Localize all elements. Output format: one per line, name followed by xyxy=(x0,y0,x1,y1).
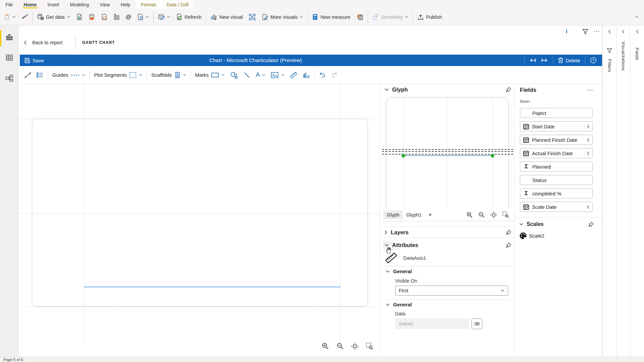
field-chip-planned[interactable]: Σ Planned xyxy=(520,162,593,172)
pin-icon[interactable] xyxy=(505,87,511,93)
menu-file[interactable]: File xyxy=(0,0,18,9)
field-chip-completed-pct[interactable]: Σ completed % xyxy=(520,188,593,198)
legend-tool[interactable] xyxy=(34,68,46,82)
visualizations-pane-label[interactable]: Visualizations xyxy=(621,42,626,71)
guide-line[interactable] xyxy=(403,96,404,208)
plot-segments-tool[interactable]: Plot Segments xyxy=(92,68,145,82)
zoom-out-button[interactable] xyxy=(478,212,485,218)
glyph-data-axis-line[interactable] xyxy=(403,155,493,156)
data-axis-line[interactable] xyxy=(84,287,340,287)
excel-workbook-button[interactable] xyxy=(73,10,86,24)
glyph-panel-header[interactable]: Glyph xyxy=(384,86,511,93)
chart-canvas[interactable] xyxy=(19,84,379,354)
menu-home[interactable]: Home xyxy=(18,0,42,9)
menu-format[interactable]: Format xyxy=(136,0,161,9)
expand-visualizations-button[interactable] xyxy=(622,29,625,34)
chevron-left-icon[interactable] xyxy=(587,151,590,156)
scale-item-scale2[interactable]: Scale2 xyxy=(519,232,544,240)
guide-line[interactable] xyxy=(493,96,493,208)
visual-info-button[interactable]: i xyxy=(564,28,570,35)
axis-handle-end[interactable] xyxy=(491,154,494,158)
marquee-zoom-button[interactable] xyxy=(502,212,509,218)
chevron-left-icon[interactable] xyxy=(587,205,590,209)
get-data-button[interactable]: Get data xyxy=(34,10,73,24)
visual-more-options-button[interactable]: ⋯ xyxy=(594,27,600,35)
expand-filters-button[interactable] xyxy=(608,29,611,34)
line-tool[interactable] xyxy=(241,68,253,82)
pin-icon[interactable] xyxy=(588,222,594,227)
help-button[interactable]: ? xyxy=(588,55,599,66)
back-to-report-button[interactable]: Back to report xyxy=(23,38,62,48)
marquee-zoom-button[interactable] xyxy=(366,343,373,350)
data-axis-tool[interactable] xyxy=(287,68,300,82)
fields-pane-label[interactable]: Fields xyxy=(635,48,640,60)
delete-button[interactable]: Delete xyxy=(556,55,582,66)
filters-pane-label[interactable]: Filters xyxy=(607,59,612,72)
expand-fields-button[interactable] xyxy=(636,29,639,34)
report-view-button[interactable] xyxy=(5,32,14,42)
link-anchors-tool[interactable] xyxy=(22,68,34,82)
pin-icon[interactable] xyxy=(505,242,511,248)
recent-sources-button[interactable]: @ xyxy=(123,10,135,24)
fields-more-options-button[interactable]: ⋯ xyxy=(587,86,593,94)
data-value-input[interactable]: (none) xyxy=(395,318,469,329)
chevron-left-icon[interactable] xyxy=(587,124,590,129)
undo-button[interactable] xyxy=(316,68,328,82)
selected-element-row[interactable]: DataAxis1 xyxy=(385,251,426,264)
text-tool[interactable]: A xyxy=(253,68,268,82)
transform-data-button[interactable] xyxy=(155,10,173,24)
enter-data-button[interactable] xyxy=(98,10,110,24)
import-template-button[interactable] xyxy=(527,55,539,66)
field-chip-status[interactable]: Status xyxy=(520,175,593,185)
new-measure-button[interactable]: New measure xyxy=(309,10,353,24)
image-tool[interactable] xyxy=(268,68,287,82)
attributes-panel-header[interactable]: Attributes xyxy=(384,242,511,248)
guide-line[interactable] xyxy=(447,96,447,208)
bind-data-button[interactable] xyxy=(472,318,482,329)
symbol-tool[interactable] xyxy=(227,68,241,82)
attributes-section-general-2[interactable]: General xyxy=(386,302,412,307)
data-view-button[interactable] xyxy=(5,53,14,62)
fit-to-view-button[interactable] xyxy=(351,343,359,350)
publish-button[interactable]: Publish xyxy=(414,10,445,24)
zoom-in-button[interactable] xyxy=(466,212,473,218)
sensitivity-button[interactable]: Sensitivity xyxy=(369,10,411,24)
field-chip-start-date[interactable]: Start Date xyxy=(520,121,593,131)
ribbon-collapse-button[interactable] xyxy=(632,10,641,24)
refresh-button[interactable]: Refresh xyxy=(173,10,205,24)
text-box-button[interactable]: A xyxy=(246,10,259,24)
tab-glyph[interactable]: Glyph xyxy=(383,210,403,219)
format-painter-button[interactable] xyxy=(19,10,31,24)
scales-panel-header[interactable]: Scales xyxy=(519,221,594,227)
pin-icon[interactable] xyxy=(505,230,511,235)
layers-panel-header[interactable]: Layers xyxy=(384,229,511,236)
export-template-button[interactable] xyxy=(539,55,550,66)
new-visual-button[interactable]: New visual xyxy=(208,10,246,24)
guides-tool[interactable]: Guides xyxy=(50,68,88,82)
zoom-in-button[interactable] xyxy=(322,343,329,350)
glyph-editor[interactable] xyxy=(382,96,513,208)
axis-handle-start[interactable] xyxy=(401,154,405,158)
sql-server-button[interactable] xyxy=(86,10,98,24)
menu-help[interactable]: Help xyxy=(115,0,136,9)
redo-button[interactable] xyxy=(328,68,340,82)
field-chip-actual-finish-date[interactable]: Actual Finish Date xyxy=(520,148,593,158)
model-view-button[interactable] xyxy=(5,74,14,83)
quick-measure-button[interactable] xyxy=(354,10,366,24)
attributes-section-general-1[interactable]: General xyxy=(386,268,412,274)
guide-line[interactable] xyxy=(19,307,379,307)
field-chip-planned-finish-date[interactable]: Planned Finish Date xyxy=(520,135,593,145)
menu-modeling[interactable]: Modeling xyxy=(64,0,94,9)
visible-on-select[interactable]: First xyxy=(395,286,508,296)
visual-filter-button[interactable] xyxy=(582,29,588,35)
dataverse-button[interactable] xyxy=(110,10,123,24)
nested-chart-tool[interactable] xyxy=(300,68,313,82)
field-chip-poject[interactable]: Poject xyxy=(520,108,593,118)
menu-insert[interactable]: Insert xyxy=(42,0,64,9)
fit-to-view-button[interactable] xyxy=(490,212,497,218)
zoom-out-button[interactable] xyxy=(336,343,344,350)
marks-tool[interactable]: Marks xyxy=(193,68,228,82)
dataflows-button[interactable] xyxy=(134,10,152,24)
scaffolds-tool[interactable]: Scaffolds xyxy=(149,68,189,82)
paste-button[interactable] xyxy=(1,10,19,24)
